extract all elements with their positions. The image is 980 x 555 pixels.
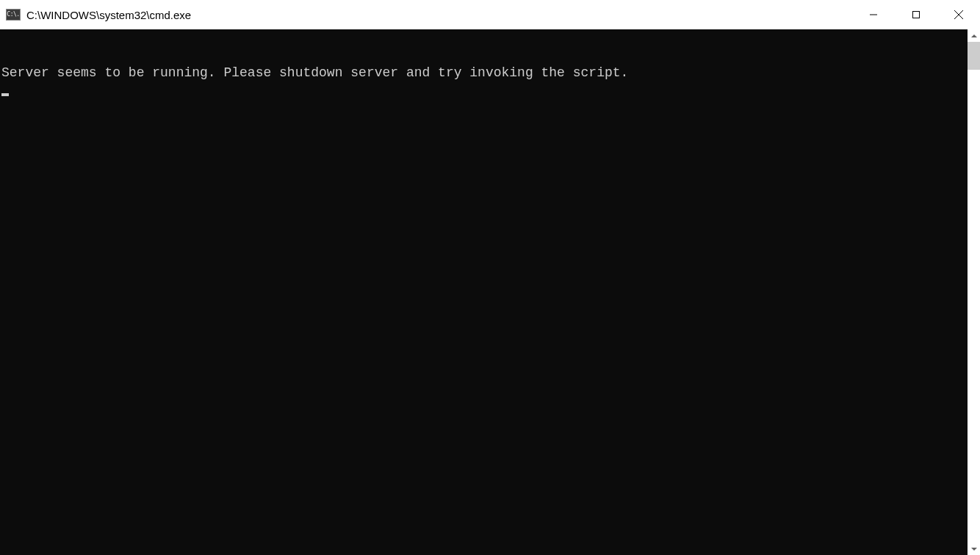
minimize-button[interactable]: [852, 0, 895, 29]
scroll-down-button[interactable]: [968, 543, 980, 555]
scroll-thumb[interactable]: [968, 42, 980, 70]
maximize-button[interactable]: [895, 0, 937, 29]
window-controls: [852, 0, 980, 29]
chevron-up-icon: [971, 33, 977, 39]
title-bar: C:\. C:\WINDOWS\system32\cmd.exe: [0, 0, 980, 29]
vertical-scrollbar[interactable]: [968, 29, 980, 555]
cmd-app-icon-text: C:\.: [7, 12, 19, 18]
terminal-content[interactable]: Server seems to be running. Please shutd…: [0, 29, 968, 555]
cmd-app-icon: C:\.: [6, 9, 21, 21]
close-icon: [954, 10, 964, 20]
window-title: C:\WINDOWS\system32\cmd.exe: [26, 9, 852, 21]
scroll-track[interactable]: [968, 42, 980, 543]
close-button[interactable]: [937, 0, 980, 29]
minimize-icon: [869, 10, 878, 19]
terminal-area: Server seems to be running. Please shutd…: [0, 29, 980, 555]
chevron-down-icon: [971, 546, 977, 552]
scroll-up-button[interactable]: [968, 29, 980, 42]
svg-rect-1: [913, 12, 920, 18]
maximize-icon: [912, 10, 920, 19]
terminal-cursor: [1, 93, 9, 96]
terminal-line: Server seems to be running. Please shutd…: [1, 65, 968, 81]
